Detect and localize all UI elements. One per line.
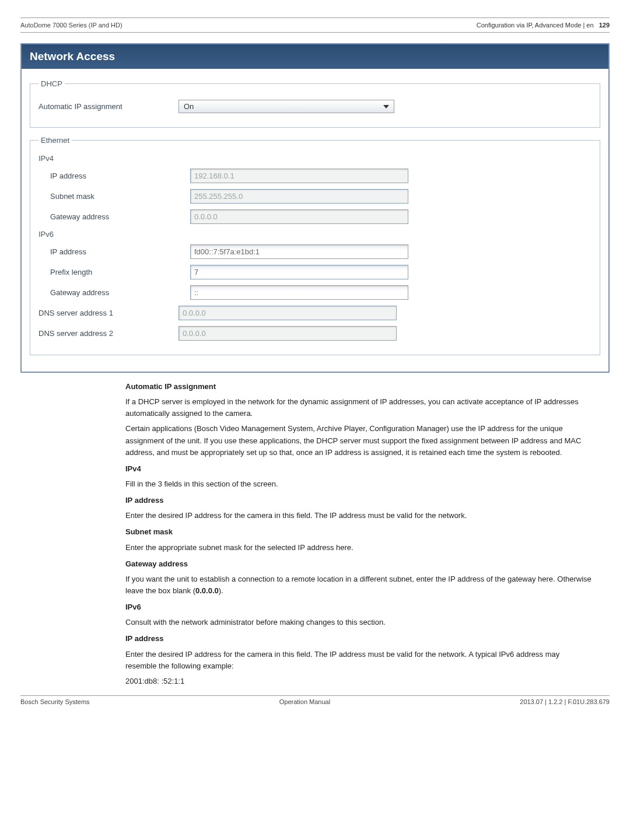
ipv6-ip-input[interactable]	[190, 244, 408, 259]
panel-body: DHCP Automatic IP assignment On Ethernet…	[22, 69, 608, 372]
gateway-p-c: ).	[219, 586, 223, 595]
auto-ip-row: Automatic IP assignment On	[38, 100, 592, 113]
ethernet-legend: Ethernet	[38, 136, 72, 145]
ipv6-prefix-label: Prefix length	[38, 268, 190, 276]
ipv6-p: Consult with the network administrator b…	[125, 617, 592, 628]
dhcp-legend: DHCP	[38, 79, 65, 88]
ipaddr-heading: IP address	[125, 495, 592, 506]
ipv4-gateway-row: Gateway address	[38, 209, 592, 224]
ipv4-sublegend: IPv4	[38, 154, 592, 163]
auto-p2: Certain applications (Bosch Video Manage…	[125, 423, 592, 458]
header-underline	[20, 32, 610, 33]
page-header: AutoDome 7000 Series (IP and HD) Configu…	[20, 22, 610, 29]
ipv4-heading: IPv4	[125, 463, 592, 475]
ipaddr6-p1: Enter the desired IP address for the cam…	[125, 649, 592, 672]
ipv4-gateway-label: Gateway address	[38, 212, 190, 221]
ipaddr6-p2: 2001:db8: :52:1:1	[125, 676, 592, 687]
gateway-heading: Gateway address	[125, 558, 592, 570]
ipv6-gateway-input[interactable]	[190, 285, 408, 300]
ipaddr-p: Enter the desired IP address for the cam…	[125, 510, 592, 522]
dns1-input[interactable]	[178, 306, 397, 320]
dns1-row: DNS server address 1	[38, 306, 592, 320]
footer-right: 2013.07 | 1.2.2 | F.01U.283.679	[520, 698, 610, 705]
ipv6-gateway-row: Gateway address	[38, 285, 592, 300]
ipv4-gateway-input[interactable]	[190, 209, 408, 224]
ipv4-ip-input[interactable]	[190, 169, 408, 183]
ipv6-heading: IPv6	[125, 601, 592, 613]
footer-left: Bosch Security Systems	[20, 698, 90, 705]
subnet-p: Enter the appropriate subnet mask for th…	[125, 542, 592, 554]
top-rule	[20, 18, 610, 18]
ipv6-prefix-input[interactable]	[190, 265, 408, 279]
ipv4-subnet-input[interactable]	[190, 189, 408, 204]
ipv6-prefix-row: Prefix length	[38, 265, 592, 279]
ipv4-subnet-row: Subnet mask	[38, 189, 592, 204]
page-footer: Bosch Security Systems Operation Manual …	[20, 698, 610, 705]
subnet-heading: Subnet mask	[125, 526, 592, 538]
footer-rule	[20, 695, 610, 696]
dns2-label: DNS server address 2	[38, 329, 178, 338]
auto-ip-value: On	[184, 102, 194, 111]
dns2-input[interactable]	[178, 326, 397, 341]
ipv6-sublegend: IPv6	[38, 230, 592, 239]
header-left: AutoDome 7000 Series (IP and HD)	[20, 22, 123, 29]
auto-p1: If a DHCP server is employed in the netw…	[125, 396, 592, 419]
ipv6-ip-row: IP address	[38, 244, 592, 259]
header-right: Configuration via IP, Advanced Mode | en…	[477, 22, 610, 29]
ipv6-gateway-label: Gateway address	[38, 288, 190, 297]
chevron-down-icon	[383, 105, 389, 108]
auto-heading: Automatic IP assignment	[125, 381, 592, 393]
body-text: Automatic IP assignment If a DHCP server…	[125, 381, 592, 687]
auto-ip-label: Automatic IP assignment	[38, 102, 178, 111]
ipv4-ip-label: IP address	[38, 172, 190, 180]
dns1-label: DNS server address 1	[38, 309, 178, 317]
panel-title: Network Access	[22, 44, 608, 69]
gateway-p-b: 0.0.0.0	[195, 586, 219, 595]
dhcp-fieldset: DHCP Automatic IP assignment On	[30, 79, 600, 128]
gateway-p: If you want the unit to establish a conn…	[125, 573, 592, 597]
ethernet-fieldset: Ethernet IPv4 IP address Subnet mask Gat…	[30, 136, 600, 355]
network-access-panel: Network Access DHCP Automatic IP assignm…	[20, 43, 610, 373]
ipv6-ip-label: IP address	[38, 247, 190, 256]
auto-ip-select[interactable]: On	[178, 100, 394, 113]
header-right-text: Configuration via IP, Advanced Mode | en	[477, 22, 594, 29]
ipaddr6-heading: IP address	[125, 633, 592, 645]
dns2-row: DNS server address 2	[38, 326, 592, 341]
footer-center: Operation Manual	[279, 698, 330, 705]
header-page-number: 129	[599, 22, 610, 29]
ipv4-ip-row: IP address	[38, 169, 592, 183]
ipv4-subnet-label: Subnet mask	[38, 192, 190, 201]
ipv4-p: Fill in the 3 fields in this section of …	[125, 478, 592, 490]
